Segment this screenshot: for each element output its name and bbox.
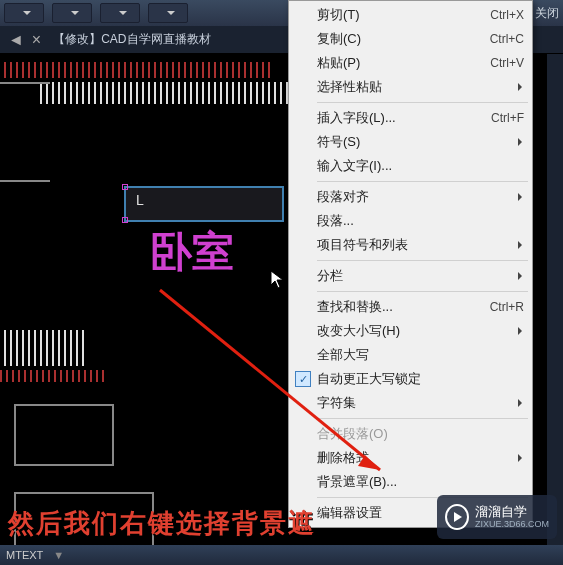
menu-separator	[317, 102, 528, 103]
chevron-right-icon	[518, 193, 522, 201]
wall-hatch	[4, 330, 88, 366]
watermark-badge: 溜溜自学 ZIXUE.3D66.COM	[437, 495, 557, 539]
rect-outline	[14, 404, 114, 466]
menu-merge-paragraph: 合并段落(O)	[289, 422, 532, 446]
text-handle[interactable]	[122, 217, 128, 223]
menu-separator	[317, 291, 528, 292]
menu-paragraph[interactable]: 段落...	[289, 209, 532, 233]
menu-all-caps[interactable]: 全部大写	[289, 343, 532, 367]
menu-paste-special[interactable]: 选择性粘贴	[289, 75, 532, 99]
wall-hatch	[0, 370, 104, 382]
menu-bullets[interactable]: 项目符号和列表	[289, 233, 532, 257]
toolbar-dropdown-2[interactable]	[52, 3, 92, 23]
right-ruler	[547, 54, 563, 545]
status-caret-icon[interactable]: ▼	[53, 549, 64, 561]
menu-separator	[317, 260, 528, 261]
menu-find-replace[interactable]: 查找和替换...Ctrl+R	[289, 295, 532, 319]
tutorial-caption: 然后我们右键选择背景遮	[8, 506, 316, 541]
chevron-right-icon	[518, 272, 522, 280]
chevron-right-icon	[518, 454, 522, 462]
text-handle[interactable]	[122, 184, 128, 190]
close-text-editor[interactable]: 关闭	[535, 5, 559, 22]
watermark-brand: 溜溜自学	[475, 505, 549, 519]
menu-symbol[interactable]: 符号(S)	[289, 130, 532, 154]
menu-paste[interactable]: 粘贴(P)Ctrl+V	[289, 51, 532, 75]
wall-hatch	[4, 62, 274, 78]
menu-para-align[interactable]: 段落对齐	[289, 185, 532, 209]
menu-change-case[interactable]: 改变大小写(H)	[289, 319, 532, 343]
menu-separator	[317, 418, 528, 419]
toolbar-dropdown-4[interactable]	[148, 3, 188, 23]
menu-columns[interactable]: 分栏	[289, 264, 532, 288]
tab-title[interactable]: 【修改】CAD自学网直播教材	[53, 31, 210, 48]
tab-arrow-left[interactable]: ◄	[8, 31, 24, 49]
chevron-right-icon	[518, 138, 522, 146]
chevron-right-icon	[518, 327, 522, 335]
toolbar-dropdown-1[interactable]	[4, 3, 44, 23]
column-outline	[0, 82, 50, 182]
menu-charset[interactable]: 字符集	[289, 391, 532, 415]
menu-import-text[interactable]: 输入文字(I)...	[289, 154, 532, 178]
play-icon	[445, 504, 469, 530]
menu-clear-format[interactable]: 删除格式	[289, 446, 532, 470]
watermark-url: ZIXUE.3D66.COM	[475, 519, 549, 529]
menu-background-mask[interactable]: 背景遮罩(B)...	[289, 470, 532, 494]
chevron-right-icon	[518, 83, 522, 91]
menu-separator	[317, 181, 528, 182]
text-editor-box[interactable]	[124, 186, 284, 222]
toolbar-dropdown-3[interactable]	[100, 3, 140, 23]
context-menu: 剪切(T)Ctrl+X 复制(C)Ctrl+C 粘贴(P)Ctrl+V 选择性粘…	[288, 0, 533, 528]
menu-cut[interactable]: 剪切(T)Ctrl+X	[289, 3, 532, 27]
menu-insert-field[interactable]: 插入字段(L)...Ctrl+F	[289, 106, 532, 130]
chevron-right-icon	[518, 241, 522, 249]
room-label-text[interactable]: 卧室	[150, 224, 234, 280]
chevron-right-icon	[518, 399, 522, 407]
menu-copy[interactable]: 复制(C)Ctrl+C	[289, 27, 532, 51]
status-mode: MTEXT	[6, 549, 43, 561]
status-bar: MTEXT ▼	[0, 545, 563, 565]
wall-hatch	[40, 82, 290, 104]
cursor-icon	[270, 270, 286, 290]
ruler-mark: L	[136, 192, 144, 208]
check-icon: ✓	[295, 371, 311, 387]
menu-autocaps[interactable]: ✓自动更正大写锁定	[289, 367, 532, 391]
tab-close-icon[interactable]: ×	[32, 31, 41, 49]
